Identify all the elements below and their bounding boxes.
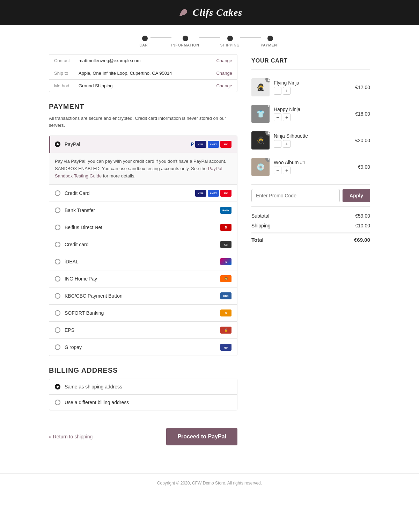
contact-label: Contact [54,58,79,63]
site-header: Clifs Cakes [0,0,419,25]
flying-ninja-details: Flying Ninja − + [274,80,351,95]
woo-album-qty: − + [274,167,354,174]
logo-text: Clifs Cakes [193,7,242,18]
billing-section: BILLING ADDRESS Same as shipping address… [49,366,237,410]
payment-description: All transactions are secure and encrypte… [49,115,237,129]
total-label: Total [251,237,264,243]
cc-mc-icon: MC [220,190,231,197]
bank-transfer-icon: BANK [220,207,231,214]
ing-icon: 🦁 [220,275,231,282]
eps-radio [55,327,60,333]
woo-album-qty-increase[interactable]: + [283,167,291,174]
eps-icons: 🔒 [220,327,231,334]
ideal-radio [55,259,60,264]
payment-option-sofort[interactable]: SOFORT Banking S [49,305,237,322]
happy-ninja-name: Happy Ninja [274,107,351,112]
ship-row: Ship to Apple, One Infinite Loop, Cupert… [49,67,237,80]
payment-option-belfius[interactable]: Belfius Direct Net B [49,219,237,236]
flying-ninja-icon: 🥷 [256,83,265,92]
method-change-link[interactable]: Change [216,83,232,88]
subtotal-row: Subtotal €59.00 [251,211,370,221]
payment-title: PAYMENT [49,103,237,111]
cart-divider-totals [251,206,370,207]
step-dot-information [183,36,188,41]
cart-section: YOUR CART 🥷 1 Flying Ninja − + €12.00 [251,54,370,245]
ninja-silhouette-qty-increase[interactable]: + [283,140,291,148]
flying-ninja-qty-decrease[interactable]: − [274,87,281,95]
belfius-label: Belfius Direct Net [65,225,220,230]
billing-option-different[interactable]: Use a different billing address [49,395,237,410]
contact-row: Contact mattmullenweg@example.com Change [49,54,237,67]
sofort-icons: S [220,309,231,316]
happy-ninja-qty: − + [274,114,351,121]
happy-ninja-qty-decrease[interactable]: − [274,114,281,121]
logo-icon [177,6,189,19]
method-row: Method Ground Shipping Change [49,80,237,92]
payment-option-credit-card-2[interactable]: Credit card CC [49,236,237,253]
shipping-row: Shipping €10.00 [251,221,370,231]
proceed-to-paypal-button[interactable]: Proceed to PayPal [166,428,237,445]
payment-option-ing[interactable]: ING Home'Pay 🦁 [49,270,237,287]
credit-card-radio [55,190,60,196]
ship-change-link[interactable]: Change [216,71,232,76]
return-to-shipping-link[interactable]: « Return to shipping [49,434,93,439]
method-label: Method [54,83,79,88]
checkout-footer-nav: « Return to shipping Proceed to PayPal [49,421,237,452]
billing-title: BILLING ADDRESS [49,366,237,374]
step-label-cart: CART [140,43,150,47]
paypal-info-box: Pay via PayPal; you can pay with your cr… [49,153,237,185]
happy-ninja-details: Happy Ninja − + [274,107,351,121]
promo-row: Apply [251,189,370,202]
step-label-shipping: SHIPPING [220,43,240,47]
cart-item-happy-ninja: 👕 1 Happy Ninja − + €18.00 [251,101,370,127]
paypal-radio [55,141,60,147]
flying-ninja-qty-increase[interactable]: + [283,87,291,95]
contact-change-link[interactable]: Change [216,58,232,63]
payment-section: PAYMENT All transactions are secure and … [49,103,237,356]
woo-album-badge: 1 [265,158,270,162]
ing-icons: 🦁 [220,275,231,282]
giropay-icon: gp [220,344,231,351]
payment-option-bank-transfer[interactable]: Bank Transfer BANK [49,202,237,219]
payment-option-credit-card[interactable]: Credit Card VISA AMEX MC [49,185,237,202]
kbc-icons: KBC [220,292,231,299]
footer-text: Copyright © 2020, CFW Demo Store. All ri… [157,481,262,486]
billing-same-label: Same as shipping address [65,384,122,389]
payment-option-eps[interactable]: EPS 🔒 [49,322,237,339]
payment-option-paypal[interactable]: PayPal P VISA AMEX MC [49,136,237,153]
happy-ninja-badge: 1 [265,105,270,109]
method-value: Ground Shipping [79,83,216,88]
ninja-silhouette-badge: 1 [265,131,270,136]
paypal-sandbox-link[interactable]: PayPal Sandbox Testing Guide [55,166,222,178]
total-value: €69.00 [354,237,370,243]
order-info-table: Contact mattmullenweg@example.com Change… [49,54,237,92]
cart-divider-top [251,70,370,70]
credit-card-2-icons: CC [220,241,231,248]
left-column: Contact mattmullenweg@example.com Change… [49,54,237,452]
billing-option-same[interactable]: Same as shipping address [49,379,237,395]
woo-album-qty-decrease[interactable]: − [274,167,281,174]
credit-card-label: Credit Card [65,190,195,196]
page-footer: Copyright © 2020, CFW Demo Store. All ri… [0,473,419,493]
grand-total-row: Total €69.00 [251,233,370,245]
ing-label: ING Home'Pay [65,276,220,282]
cc-amex-icon: AMEX [208,190,219,197]
payment-option-giropay[interactable]: Giropay gp [49,339,237,356]
apply-promo-button[interactable]: Apply [343,189,370,202]
billing-options-list: Same as shipping address Use a different… [49,379,237,410]
happy-ninja-price: €18.00 [355,111,370,117]
happy-ninja-image: 👕 1 [251,105,270,123]
payment-option-ideal[interactable]: iDEAL iD [49,253,237,270]
happy-ninja-qty-increase[interactable]: + [283,114,291,121]
payment-option-kbc[interactable]: KBC/CBC Payment Button KBC [49,287,237,305]
cart-divider-promo [251,184,370,185]
step-payment: PAYMENT [261,36,280,47]
paypal-label: PayPal [65,141,191,147]
visa-icon: VISA [195,141,206,148]
step-label-payment: PAYMENT [261,43,280,47]
happy-ninja-icon: 👕 [256,110,265,118]
step-dot-payment [267,36,273,41]
subtotal-label: Subtotal [251,213,269,219]
promo-code-input[interactable] [251,189,340,202]
ninja-silhouette-qty-decrease[interactable]: − [274,140,281,148]
